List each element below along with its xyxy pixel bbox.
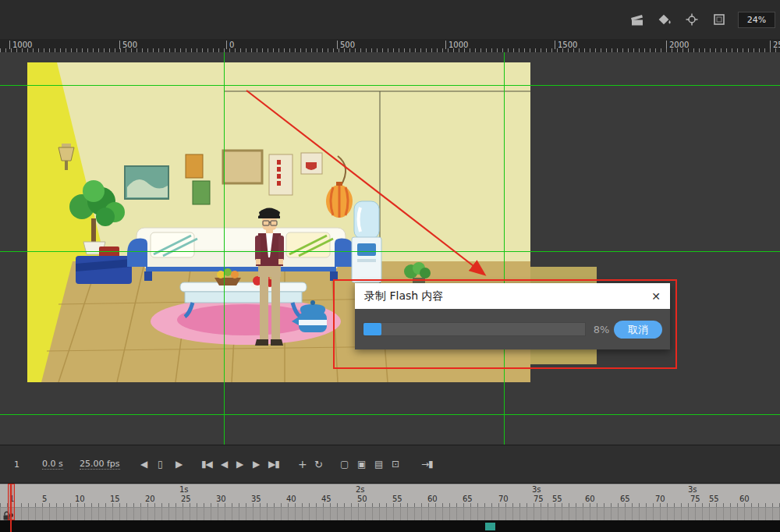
seconds-marker-label: 2s xyxy=(356,485,365,494)
timeline-status-marker xyxy=(485,523,495,530)
timeline-layer-row[interactable] xyxy=(0,507,780,520)
step-forward-button[interactable]: ▶ xyxy=(253,459,259,470)
go-to-first-button[interactable]: ▮◀ xyxy=(201,459,212,470)
flash-editor-window: 24% 1000500050010001500200025 xyxy=(0,0,780,532)
modify-markers-button[interactable]: ⊡ xyxy=(392,459,399,470)
close-icon[interactable]: ✕ xyxy=(651,291,661,302)
frame-number-label: 50 xyxy=(357,495,367,503)
record-flash-dialog: 录制 Flash 内容 ✕ 8% 取消 xyxy=(355,283,670,349)
progress-percent-label: 8% xyxy=(590,324,609,335)
frame-number-label: 55 xyxy=(552,495,562,503)
guide-horizontal[interactable] xyxy=(0,414,780,415)
frame-number-label: 15 xyxy=(110,495,120,503)
center-frame-button[interactable]: + xyxy=(298,458,307,470)
next-frame-button[interactable]: ▶ xyxy=(176,459,182,470)
frame-number-label: 40 xyxy=(286,495,296,503)
seconds-marker-label: 3s xyxy=(532,485,541,494)
frame-number-label: 60 xyxy=(739,495,750,503)
loop-playback-button[interactable]: ↻ xyxy=(314,459,322,470)
onion-skin-button[interactable]: ▢ xyxy=(340,459,348,470)
paint-bucket-icon[interactable] xyxy=(656,12,673,27)
timeline-ruler[interactable]: 1s2s3s3s 1510152025303540455055606570755… xyxy=(0,484,780,508)
clapperboard-icon[interactable] xyxy=(629,12,646,27)
onion-skin-outlines-button[interactable]: ▣ xyxy=(357,459,365,470)
stage-canvas[interactable]: 录制 Flash 内容 ✕ 8% 取消 xyxy=(0,52,780,445)
toolbar-icon-group: 24% xyxy=(629,0,775,39)
dialog-body: 8% 取消 xyxy=(355,309,670,349)
frame-number-label: 55 xyxy=(392,495,402,503)
dialog-title-bar: 录制 Flash 内容 ✕ xyxy=(355,283,670,309)
play-button[interactable]: ▶ xyxy=(236,459,243,470)
zoom-level-control[interactable]: 24% xyxy=(738,12,775,28)
frame-number-label: 25 xyxy=(181,495,191,503)
frame-rate-display[interactable]: 25.00 fps xyxy=(80,459,120,470)
frame-number-label: 65 xyxy=(620,495,630,503)
elapsed-time-display[interactable]: 0.0 s xyxy=(42,459,63,470)
playback-controls-bar: 1 0.0 s 25.00 fps ◀ ▯ ▶ ▮◀ ◀ ▶ ▶ ▶▮ + ↻ … xyxy=(0,445,780,484)
guide-horizontal[interactable] xyxy=(0,85,780,86)
seconds-marker-label: 3s xyxy=(688,485,697,494)
progress-fill xyxy=(363,323,381,335)
dialog-title: 录制 Flash 内容 xyxy=(364,289,444,303)
stage-preview-button[interactable]: ▯ xyxy=(158,459,162,470)
frame-number-label: 75 xyxy=(534,495,544,503)
timeline-playhead[interactable] xyxy=(8,484,15,520)
current-frame-display[interactable]: 1 xyxy=(14,459,20,470)
cancel-button[interactable]: 取消 xyxy=(614,321,662,339)
edit-multiple-frames-button[interactable]: ▤ xyxy=(374,459,382,470)
frame-outline-icon[interactable] xyxy=(711,12,728,27)
frame-number-label: 70 xyxy=(655,495,665,503)
frame-number-label: 45 xyxy=(321,495,332,503)
go-to-last-button[interactable]: ▶▮ xyxy=(268,459,279,470)
frame-number-label: 60 xyxy=(585,495,595,503)
frame-number-label: 20 xyxy=(145,495,155,503)
frame-number-label: 55 xyxy=(709,495,719,503)
frame-number-label: 10 xyxy=(75,495,85,503)
seconds-marker-label: 1s xyxy=(179,485,189,494)
frame-number-label: 70 xyxy=(498,495,509,503)
progress-bar xyxy=(363,322,586,336)
go-to-end-button[interactable]: →▮ xyxy=(421,459,433,470)
frame-number-label: 5 xyxy=(42,495,47,503)
registration-grid-icon[interactable] xyxy=(683,12,700,27)
guide-horizontal[interactable] xyxy=(0,251,780,252)
zoom-level-value: 24% xyxy=(747,15,766,25)
frame-number-label: 30 xyxy=(216,495,226,503)
prev-frame-button[interactable]: ◀ xyxy=(140,459,147,470)
frame-number-label: 60 xyxy=(427,495,438,503)
frame-number-label: 75 xyxy=(690,495,700,503)
bottom-strip xyxy=(0,520,780,532)
frame-number-label: 65 xyxy=(463,495,473,503)
horizontal-ruler[interactable]: 1000500050010001500200025 xyxy=(0,39,780,53)
guide-vertical[interactable] xyxy=(224,52,225,445)
top-toolbar: 24% xyxy=(0,0,780,40)
guide-vertical[interactable] xyxy=(504,52,505,445)
frame-number-label: 35 xyxy=(251,495,261,503)
step-back-button[interactable]: ◀ xyxy=(221,459,227,470)
